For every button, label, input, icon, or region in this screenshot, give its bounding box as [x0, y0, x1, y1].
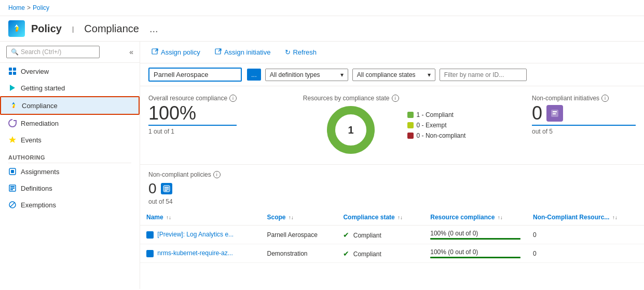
svg-marker-5 — [10, 85, 15, 91]
assign-initiative-button[interactable]: Assign initiative — [212, 46, 274, 59]
policies-label: Non-compliant policies i — [148, 165, 636, 178]
initiatives-info-icon[interactable]: i — [601, 95, 609, 102]
overall-compliance-block: Overall resource compliance i 100% 1 out… — [148, 95, 237, 135]
sidebar-item-getting-started[interactable]: Getting started — [0, 80, 140, 96]
sidebar-item-label-overview: Overview — [21, 68, 49, 75]
sidebar-item-assignments[interactable]: Assignments — [0, 163, 140, 180]
legend-compliant-color — [407, 112, 414, 118]
row2-name-link[interactable]: nrms-kubernet-require-az... — [157, 249, 232, 257]
search-placeholder: Search (Ctrl+/) — [21, 48, 61, 56]
assign-initiative-label: Assign initiative — [224, 48, 271, 56]
col-non-compliant[interactable]: Non-Compliant Resourc... ↑↓ — [527, 209, 644, 226]
sidebar-item-remediation[interactable]: Remediation — [0, 115, 140, 131]
legend-non-compliant-label: 0 - Non-compliant — [417, 132, 466, 139]
name-filter-input[interactable] — [440, 69, 527, 81]
col-name[interactable]: Name ↑↓ — [140, 209, 261, 226]
scope-selector[interactable]: Parnell Aerospace — [148, 68, 242, 82]
stats-area: Overall resource compliance i 100% 1 out… — [140, 86, 644, 165]
row1-resource-compliance: 100% (0 out of 0) — [424, 226, 527, 244]
policies-icon — [161, 183, 172, 194]
chart-label: Resources by compliance state i — [303, 95, 399, 102]
chart-info-icon[interactable]: i — [392, 95, 399, 102]
svg-rect-26 — [165, 187, 169, 188]
search-icon: 🔍 — [11, 48, 19, 56]
ellipsis-menu-btn[interactable]: ... — [149, 23, 158, 35]
overall-info-icon[interactable]: i — [229, 95, 237, 102]
svg-rect-2 — [13, 68, 16, 71]
svg-rect-4 — [13, 72, 16, 75]
definitions-icon — [8, 184, 17, 192]
row2-resource-compliance-cell: 100% (0 out of 0) — [430, 248, 520, 258]
sidebar-nav: Overview Getting started Complia — [0, 63, 140, 289]
svg-rect-1 — [9, 68, 12, 71]
scope-sort-icon: ↑↓ — [289, 215, 294, 220]
overall-value: 100% — [148, 104, 237, 123]
row2-compliant-icon: ✔ — [343, 249, 349, 258]
refresh-button[interactable]: ↻ Refresh — [282, 46, 320, 58]
scope-browse-btn[interactable]: ... — [247, 69, 261, 81]
policies-section: Non-compliant policies i 0 out of 54 — [140, 165, 644, 209]
breadcrumb-home[interactable]: Home — [8, 4, 25, 11]
collapse-btn[interactable]: « — [129, 48, 133, 56]
col-scope[interactable]: Scope ↑↓ — [261, 209, 337, 226]
row1-compliant-icon: ✔ — [343, 231, 349, 239]
sidebar-item-label-assignments: Assignments — [21, 168, 59, 176]
sidebar: 🔍 Search (Ctrl+/) « Overview Getting sta… — [0, 42, 140, 289]
sidebar-item-label-remediation: Remediation — [21, 120, 59, 127]
scope-value: Parnell Aerospace — [154, 71, 209, 78]
svg-rect-24 — [553, 113, 556, 114]
policies-info-icon[interactable]: i — [213, 171, 221, 178]
row1-compliance-bar — [430, 238, 520, 240]
main-layout: 🔍 Search (Ctrl+/) « Overview Getting sta… — [0, 42, 644, 289]
definition-types-dropdown[interactable]: All definition types ▾ — [265, 69, 348, 81]
policies-value: 0 — [148, 180, 157, 197]
search-input[interactable]: 🔍 Search (Ctrl+/) — [6, 46, 100, 58]
svg-rect-9 — [11, 170, 14, 173]
page-header: Policy | Compliance ... — [0, 16, 644, 42]
chart-block: Resources by compliance state i 1 — [249, 95, 519, 156]
compliance-states-dropdown[interactable]: All compliance states ▾ — [352, 69, 435, 81]
page-subtitle: Compliance — [84, 23, 139, 35]
remediation-icon — [8, 119, 17, 127]
sidebar-item-exemptions[interactable]: Exemptions — [0, 196, 140, 213]
non-compliant-sort-icon: ↑↓ — [612, 215, 618, 220]
row1-name-link[interactable]: [Preview]: Log Analytics e... — [157, 231, 234, 238]
assign-policy-icon — [152, 48, 159, 57]
initiatives-value: 0 — [532, 104, 542, 123]
legend-non-compliant-color — [407, 133, 414, 139]
svg-rect-11 — [10, 186, 15, 187]
assign-policy-button[interactable]: Assign policy — [148, 46, 203, 59]
row1-resource-compliance-value: 100% (0 out of 0) — [430, 230, 520, 237]
name-sort-icon: ↑↓ — [166, 215, 171, 220]
col-resource-compliance[interactable]: Resource compliance ↑↓ — [424, 209, 527, 226]
sidebar-item-definitions[interactable]: Definitions — [0, 180, 140, 196]
row1-resource-compliance-cell: 100% (0 out of 0) — [430, 230, 520, 240]
compliance-icon — [9, 101, 18, 110]
overview-icon — [8, 67, 17, 75]
row2-resource-compliance-value: 100% (0 out of 0) — [430, 248, 520, 256]
row2-scope: Demonstration — [261, 244, 337, 263]
sidebar-item-compliance[interactable]: Compliance — [0, 96, 140, 115]
row1-name-icon — [146, 231, 154, 239]
assign-initiative-icon — [215, 48, 222, 57]
content-area: Assign policy Assign initiative ↻ Refres… — [140, 42, 644, 289]
legend-non-compliant: 0 - Non-compliant — [407, 132, 466, 139]
sidebar-item-label-events: Events — [21, 136, 42, 144]
col-compliance-state[interactable]: Compliance state ↑↓ — [337, 209, 424, 226]
sidebar-item-overview[interactable]: Overview — [0, 63, 140, 80]
sidebar-item-label-compliance: Compliance — [22, 102, 58, 110]
chart-legend: 1 - Compliant 0 - Exempt 0 - Non-complia… — [407, 111, 466, 139]
overall-sub: 1 out of 1 — [148, 125, 237, 135]
assign-policy-label: Assign policy — [161, 48, 200, 56]
svg-rect-18 — [215, 49, 221, 54]
table-row: nrms-kubernet-require-az... Demonstratio… — [140, 244, 644, 263]
donut-chart: 1 — [325, 104, 377, 156]
breadcrumb-policy[interactable]: Policy — [33, 4, 49, 11]
row2-resource-compliance: 100% (0 out of 0) — [424, 244, 527, 263]
sidebar-item-events[interactable]: Events — [0, 131, 140, 148]
svg-line-15 — [10, 203, 15, 207]
assignments-icon — [8, 167, 17, 176]
svg-point-0 — [16, 30, 18, 32]
svg-rect-12 — [10, 188, 15, 189]
row2-name-icon — [146, 250, 154, 257]
